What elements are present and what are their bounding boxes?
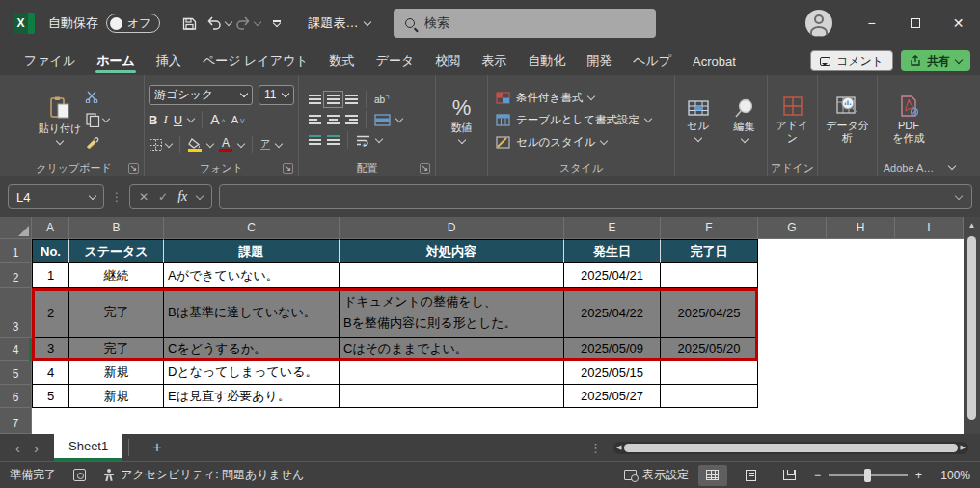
cell-c2[interactable]: Aができていない。 (164, 263, 340, 288)
minimize-button[interactable]: − (850, 0, 893, 46)
page-break-view-button[interactable] (776, 465, 804, 486)
tab-page-layout[interactable]: ページ レイアウト (192, 46, 319, 75)
cell-d5[interactable] (340, 361, 564, 385)
cell-a4[interactable]: 3 (32, 338, 69, 361)
decrease-indent-icon[interactable] (309, 135, 321, 145)
cut-button[interactable] (85, 88, 109, 105)
borders-button[interactable] (149, 138, 172, 152)
account-avatar[interactable] (805, 10, 832, 37)
fill-color-button[interactable] (188, 138, 202, 152)
cell-styles-button[interactable]: セルのスタイル (496, 133, 607, 151)
cell-c4[interactable]: Cをどうするか。 (164, 338, 340, 361)
underline-dropdown-icon[interactable] (187, 114, 195, 122)
empty-cells[interactable] (758, 338, 964, 361)
cell-d6[interactable] (340, 385, 564, 408)
cell-a5[interactable]: 4 (32, 361, 69, 385)
document-title[interactable]: 課題表… (309, 14, 359, 32)
tab-formulas[interactable]: 数式 (319, 46, 366, 75)
cell-b5[interactable]: 新規 (69, 361, 164, 385)
save-button[interactable] (176, 9, 204, 38)
tab-help[interactable]: ヘルプ (622, 46, 682, 75)
cell-d2[interactable] (340, 263, 564, 288)
wrap-dropdown-icon[interactable] (375, 134, 383, 142)
zoom-out-button[interactable]: − (814, 469, 821, 482)
horizontal-scrollbar[interactable]: ◀ ▶ (613, 442, 968, 454)
cell-e3[interactable]: 2025/04/22 (564, 288, 661, 338)
row-header-2[interactable]: 2 (0, 263, 32, 288)
clipboard-dialog-launcher-icon[interactable]: ↘ (128, 163, 139, 174)
title-dropdown-icon[interactable] (363, 17, 370, 25)
align-middle-icon[interactable] (327, 95, 340, 104)
tab-automate[interactable]: 自動化 (517, 46, 576, 75)
fill-color-dropdown-icon[interactable] (206, 139, 214, 147)
cell-e6[interactable]: 2025/05/27 (564, 385, 661, 408)
empty-cells[interactable] (758, 263, 964, 288)
column-header-h[interactable]: H (827, 217, 895, 239)
decrease-font-button[interactable]: Av (231, 114, 245, 125)
maximize-button[interactable] (893, 0, 937, 46)
column-header-e[interactable]: E (564, 217, 661, 239)
sheet-tab-sheet1[interactable]: Sheet1 (54, 434, 122, 461)
cell-f3[interactable]: 2025/04/25 (661, 288, 758, 338)
vertical-scrollbar[interactable]: ▲ (964, 217, 980, 434)
cell-a2[interactable]: 1 (32, 263, 69, 288)
cell-a3[interactable]: 2 (32, 288, 69, 338)
normal-view-button[interactable] (698, 465, 727, 486)
cells-button[interactable]: セル (687, 98, 710, 141)
increase-font-button[interactable]: A^ (210, 112, 226, 127)
cell-c6[interactable]: Eは見直す必要あり。 (164, 385, 340, 408)
column-header-c[interactable]: C (164, 217, 340, 239)
phonetic-dropdown-icon[interactable] (275, 139, 283, 147)
row-header-5[interactable]: 5 (0, 361, 32, 385)
font-color-dropdown-icon[interactable] (237, 139, 245, 147)
scroll-right-icon[interactable]: ▶ (961, 444, 966, 451)
column-header-f[interactable]: F (661, 217, 758, 239)
cell-e5[interactable]: 2025/05/15 (564, 361, 661, 385)
cell-e2[interactable]: 2025/04/21 (564, 263, 661, 288)
merge-dropdown-icon[interactable] (395, 114, 403, 122)
create-pdf-button[interactable]: PDF を作成 (892, 95, 924, 145)
cell-b4[interactable]: 完了 (69, 338, 164, 361)
enter-button[interactable]: ✓ (158, 190, 168, 203)
wrap-text-button[interactable] (356, 134, 370, 147)
column-header-a[interactable]: A (32, 217, 69, 239)
font-name-combo[interactable]: 游ゴシック (149, 85, 253, 105)
alignment-dialog-launcher-icon[interactable]: ↘ (420, 163, 430, 174)
cell-d4[interactable]: Cはそのままでよい。 (340, 338, 564, 361)
font-dialog-launcher-icon[interactable]: ↘ (283, 163, 293, 174)
cell-a1[interactable]: No. (32, 239, 69, 263)
copy-button[interactable] (85, 111, 109, 128)
cell-f4[interactable]: 2025/05/20 (661, 338, 758, 361)
paste-button[interactable]: 貼り付け (39, 95, 82, 144)
cell-f5[interactable] (661, 361, 758, 385)
fx-dropdown-icon[interactable] (196, 191, 204, 199)
tab-file[interactable]: ファイル (14, 46, 86, 75)
tab-review[interactable]: 校閲 (424, 46, 471, 75)
format-as-table-button[interactable]: テーブルとして書式設定 (496, 111, 651, 129)
align-left-icon[interactable] (309, 115, 321, 124)
empty-cells[interactable] (758, 361, 964, 385)
cell-c3[interactable]: Bは基準に達していない。 (164, 288, 340, 338)
number-format-button[interactable]: % 数値 (451, 96, 473, 143)
merge-center-button[interactable] (374, 114, 391, 126)
name-box[interactable]: L4 (8, 184, 104, 209)
row-header-7[interactable]: 7 (0, 408, 32, 434)
cell-f2[interactable] (661, 263, 758, 288)
orientation-button[interactable]: ab⌝ (374, 95, 390, 105)
font-color-button[interactable]: A (219, 138, 232, 152)
format-painter-button[interactable] (85, 134, 109, 151)
search-input[interactable]: 検索 (394, 9, 656, 38)
cancel-button[interactable]: ✕ (139, 190, 149, 203)
cell-b3[interactable]: 完了 (69, 288, 164, 338)
comments-button[interactable]: コメント (810, 50, 893, 71)
editing-button[interactable]: 編集 (734, 97, 755, 142)
align-right-icon[interactable] (345, 115, 358, 124)
empty-cells[interactable] (758, 385, 964, 408)
collapse-ribbon-button[interactable] (939, 75, 965, 176)
customize-quick-access-icon[interactable] (262, 9, 291, 38)
page-layout-view-button[interactable] (737, 465, 766, 486)
empty-cells[interactable] (32, 408, 964, 434)
new-sheet-button[interactable]: + (135, 434, 178, 461)
vertical-scroll-thumb[interactable] (967, 236, 976, 420)
cell-e4[interactable]: 2025/05/09 (564, 338, 661, 361)
